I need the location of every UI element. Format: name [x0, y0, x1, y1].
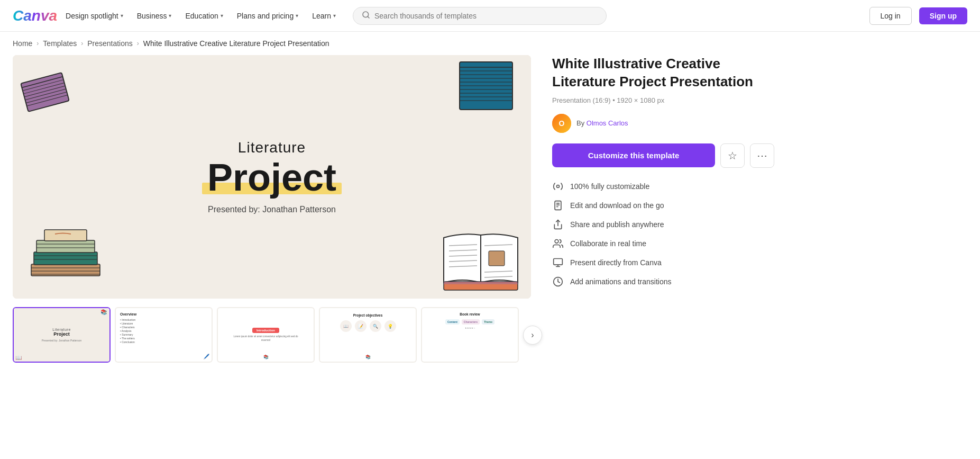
search-icon [362, 11, 370, 21]
svg-line-1 [368, 16, 369, 18]
nav-learn[interactable]: Learn ▾ [307, 8, 341, 23]
breadcrumb-home[interactable]: Home [13, 39, 32, 48]
feature-customizable: 100% fully customizable [552, 181, 774, 192]
template-meta: Presentation (16:9) • 1920 × 1080 px [552, 96, 774, 104]
template-title: White Illustrative Creative Literature P… [552, 55, 774, 91]
breadcrumb-templates[interactable]: Templates [43, 39, 77, 48]
canva-logo[interactable]: Canva [13, 7, 57, 24]
breadcrumb-separator: › [36, 40, 39, 47]
chevron-down-icon: ▾ [333, 13, 336, 19]
features-list: 100% fully customizable Edit and downloa… [552, 181, 774, 287]
author-link[interactable]: Olmos Carlos [587, 119, 628, 127]
thumb-slide-3: Introduction Lorem ipsum dolor sit amet … [218, 308, 314, 362]
breadcrumb-presentations[interactable]: Presentations [87, 39, 133, 48]
book-decoration-bl [29, 224, 103, 293]
star-button[interactable]: ☆ [720, 143, 745, 168]
thumbnails-next-button[interactable]: › [523, 326, 542, 345]
feature-text-download: Edit and download on the go [570, 201, 664, 210]
feature-download: Edit and download on the go [552, 200, 774, 211]
feature-present: Present directly from Canva [552, 257, 774, 268]
breadcrumb-separator: › [81, 40, 83, 47]
feature-text-customizable: 100% fully customizable [570, 182, 649, 191]
feature-icon-share [552, 219, 564, 230]
svg-text:O: O [559, 119, 565, 128]
thumbnail-3[interactable]: Introduction Lorem ipsum dolor sit amet … [217, 307, 315, 363]
thumb-slide-1: Literature Project Presented by: Jonatha… [14, 308, 109, 362]
thumbnail-2[interactable]: Overview • Introduction • Literature • C… [115, 307, 213, 363]
feature-icon-collaborate [552, 238, 564, 249]
svg-rect-28 [36, 240, 95, 253]
action-row: Customize this template ☆ ⋯ [552, 143, 774, 168]
feature-text-share: Share and publish anywhere [570, 220, 664, 229]
thumbnails-row: Literature Project Presented by: Jonatha… [13, 307, 531, 363]
thumbnail-5[interactable]: Book review Content Characters Theme ★★★… [421, 307, 519, 363]
customize-button[interactable]: Customize this template [552, 143, 715, 167]
left-panel: Literature Project Presented by: Jonatha… [13, 55, 531, 363]
feature-animate: Add animations and transitions [552, 276, 774, 287]
breadcrumb-current: White Illustrative Creative Literature P… [143, 39, 329, 48]
more-options-button[interactable]: ⋯ [750, 143, 774, 168]
svg-rect-52 [554, 258, 563, 265]
nav-design-spotlight[interactable]: Design spotlight ▾ [60, 8, 129, 23]
chevron-down-icon: ▾ [296, 13, 298, 19]
feature-share: Share and publish anywhere [552, 219, 774, 230]
slide-subtitle: Presented by: Jonathan Patterson [207, 205, 336, 214]
thumbnail-4[interactable]: Project objectives 📖 📝 🔍 💡 📚 [319, 307, 417, 363]
feature-collaborate: Collaborate in real time [552, 238, 774, 249]
feature-icon-animate [552, 276, 564, 287]
thumb-slide-4: Project objectives 📖 📝 🔍 💡 📚 [320, 308, 416, 362]
thumb-slide-5: Book review Content Characters Theme ★★★… [422, 308, 518, 362]
author-text: By Olmos Carlos [576, 119, 628, 127]
svg-rect-37 [489, 251, 505, 266]
chevron-down-icon: ▾ [221, 13, 223, 19]
chevron-down-icon: ▾ [169, 13, 171, 19]
nav-business[interactable]: Business ▾ [132, 8, 177, 23]
book-decoration-tr [457, 59, 515, 112]
author-avatar: O [552, 114, 571, 133]
svg-point-51 [555, 239, 558, 243]
breadcrumb-separator: › [137, 40, 139, 47]
signup-button[interactable]: Sign up [919, 7, 967, 24]
feature-icon-download [552, 200, 564, 211]
svg-rect-42 [444, 282, 518, 284]
feature-text-present: Present directly from Canva [570, 258, 662, 267]
svg-rect-31 [44, 230, 87, 241]
navbar: Canva Design spotlight ▾ Business ▾ Educ… [0, 0, 980, 32]
feature-icon-present [552, 257, 564, 268]
thumbnail-1[interactable]: Literature Project Presented by: Jonatha… [13, 307, 111, 363]
slide-title-small: Literature [207, 139, 336, 156]
feature-icon-customizable [552, 181, 564, 192]
nav-plans-pricing[interactable]: Plans and pricing ▾ [232, 8, 304, 23]
nav-education[interactable]: Education ▾ [180, 8, 228, 23]
login-button[interactable]: Log in [869, 7, 912, 25]
slide-preview-image: Literature Project Presented by: Jonatha… [13, 55, 531, 299]
search-bar [353, 7, 607, 25]
template-preview: Literature Project Presented by: Jonatha… [13, 55, 531, 299]
slide-title-big: Project [207, 158, 336, 196]
main-content: Literature Project Presented by: Jonatha… [0, 55, 980, 375]
chevron-down-icon: ▾ [121, 13, 123, 19]
svg-point-45 [557, 185, 560, 187]
book-decoration-br [441, 224, 520, 293]
search-input[interactable] [374, 12, 598, 20]
star-icon: ☆ [728, 149, 737, 162]
thumb-slide-2: Overview • Introduction • Literature • C… [116, 308, 212, 362]
author-row: O By Olmos Carlos [552, 114, 774, 133]
right-panel: White Illustrative Creative Literature P… [552, 55, 774, 287]
feature-text-animate: Add animations and transitions [570, 277, 671, 286]
more-icon: ⋯ [757, 149, 767, 162]
book-decoration-tl [18, 60, 81, 119]
breadcrumb: Home › Templates › Presentations › White… [0, 32, 980, 55]
slide-content: Literature Project Presented by: Jonatha… [13, 55, 531, 299]
feature-text-collaborate: Collaborate in real time [570, 239, 646, 248]
svg-rect-25 [34, 252, 97, 265]
